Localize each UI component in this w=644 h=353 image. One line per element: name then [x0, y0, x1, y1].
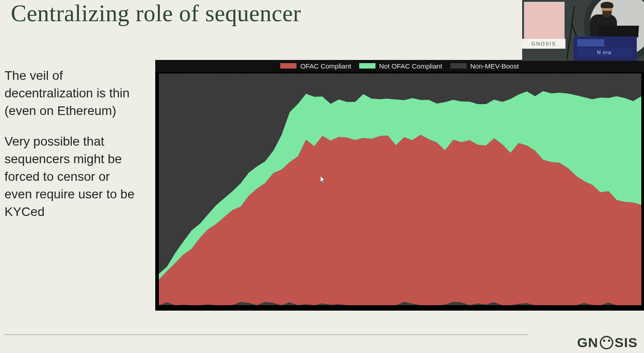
legend-swatch-not-ofac: [359, 63, 375, 69]
chart-svg: [159, 73, 641, 305]
paragraph-2: Very possible that sequencers might be f…: [5, 133, 140, 221]
podium-sponsor-1: [577, 39, 604, 46]
laptop-icon: [598, 26, 639, 37]
logo-part-sis: SIS: [615, 335, 638, 350]
legend-swatch-ofac: [280, 63, 297, 69]
owl-icon: [600, 336, 613, 349]
slide-body: The veil of decentralization is thin (ev…: [5, 67, 140, 234]
legend-label-not-ofac: Not OFAC Compliant: [379, 62, 442, 70]
legend-item-ofac: OFAC Compliant: [280, 62, 351, 70]
presentation-screen-mini: [524, 2, 565, 41]
paragraph-1: The veil of decentralization is thin (ev…: [5, 67, 140, 120]
legend-swatch-non-mev: [450, 63, 467, 69]
slide: Centralizing role of sequencer The veil …: [0, 0, 644, 353]
footer-rule: [5, 335, 528, 335]
legend-item-non-mev: Non-MEV-Boost: [450, 62, 519, 70]
stacked-area-chart: OFAC Compliant Not OFAC Compliant Non-ME…: [155, 60, 644, 311]
podium-sponsor-2: N era: [577, 48, 631, 56]
chart-plot-area: [159, 73, 641, 305]
screen-brand-bar: GNOSIS: [522, 39, 565, 49]
slide-title: Centralizing role of sequencer: [11, 0, 301, 27]
speaker-camera-inset: GNOSIS N era: [522, 0, 644, 61]
legend-item-not-ofac: Not OFAC Compliant: [359, 62, 442, 70]
podium: N era: [574, 37, 637, 61]
gnosis-logo: GN SIS: [577, 335, 638, 350]
legend-label-non-mev: Non-MEV-Boost: [470, 62, 519, 70]
legend-label-ofac: OFAC Compliant: [300, 62, 351, 70]
logo-part-gn: GN: [577, 335, 598, 350]
chart-legend: OFAC Compliant Not OFAC Compliant Non-ME…: [155, 60, 644, 72]
